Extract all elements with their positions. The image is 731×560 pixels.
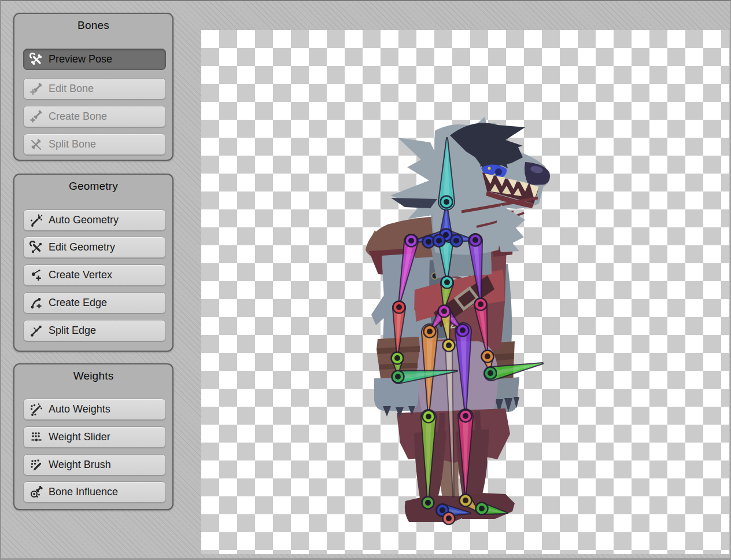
joint-belly[interactable]	[438, 305, 451, 318]
joint-right-hand[interactable]	[485, 367, 497, 380]
rig-canvas-svg: 2	[201, 30, 729, 554]
button-label: Auto Geometry	[49, 214, 119, 226]
button-label: Weight Brush	[49, 459, 111, 471]
nose	[525, 162, 550, 185]
button-label: Edit Bone	[49, 83, 94, 95]
auto-weights-button[interactable]: Auto Weights	[23, 399, 166, 420]
joint-spine-end[interactable]	[441, 277, 453, 289]
button-label: Weight Slider	[49, 431, 110, 443]
auto-geometry-button[interactable]: Auto Geometry	[23, 209, 166, 231]
weight-slider-icon	[29, 430, 43, 444]
weight-brush-icon	[29, 458, 43, 472]
edit-bone-button[interactable]: Edit Bone	[23, 78, 166, 100]
joint-left-hand[interactable]	[392, 371, 404, 383]
edit-geometry-icon	[29, 241, 43, 255]
joint-chest-right[interactable]	[451, 235, 463, 247]
cheek-fur	[495, 205, 525, 252]
button-label: Create Bone	[49, 110, 107, 123]
button-label: Create Edge	[49, 297, 107, 309]
bone-influence-button[interactable]: Bone Influence	[23, 481, 166, 503]
create-edge-icon	[29, 296, 43, 310]
button-label: Preview Pose	[49, 53, 112, 65]
preview-pose-button[interactable]: Preview Pose	[23, 49, 166, 70]
create-vertex-icon	[29, 268, 43, 282]
edit-bone-icon	[29, 82, 43, 96]
weight-brush-button[interactable]: Weight Brush	[23, 454, 166, 476]
auto-weights-icon	[29, 403, 43, 417]
joint-left-knee[interactable]	[423, 411, 435, 423]
joint-right-shoulder[interactable]	[470, 234, 482, 246]
create-edge-button[interactable]: Create Edge	[23, 292, 166, 314]
panel-weights: WeightsAuto WeightsWeight SliderWeight B…	[13, 363, 173, 510]
joint-tail-base[interactable]	[443, 340, 455, 352]
panel-title: Geometry	[14, 175, 172, 193]
joint-left-hip[interactable]	[424, 326, 436, 338]
button-label: Split Bone	[49, 138, 96, 150]
edit-geometry-button[interactable]: Edit Geometry	[23, 237, 166, 258]
joint-right-hip[interactable]	[457, 325, 469, 337]
canvas-viewport[interactable]: 2	[201, 30, 729, 554]
eye-glint	[488, 167, 491, 170]
button-label: Create Vertex	[49, 269, 112, 281]
create-bone-button[interactable]: Create Bone	[23, 106, 166, 127]
auto-geometry-icon	[29, 213, 43, 227]
joint-left-ankle[interactable]	[422, 497, 434, 509]
button-label: Split Edge	[49, 325, 96, 337]
near-claw	[383, 406, 391, 417]
split-edge-icon	[29, 324, 43, 338]
joint-left-wrist[interactable]	[392, 352, 404, 364]
joint-right-wrist[interactable]	[482, 351, 494, 363]
split-bone-button[interactable]: Split Bone	[23, 134, 166, 155]
joint-left-elbow[interactable]	[393, 301, 405, 314]
panel-title: Weights	[14, 364, 172, 382]
button-label: Edit Geometry	[49, 241, 115, 253]
bone-influence-icon	[29, 485, 43, 499]
panel-geometry: GeometryAuto GeometryEdit GeometryCreate…	[13, 174, 173, 352]
joint-right-ankle[interactable]	[460, 495, 472, 507]
split-bone-icon	[29, 138, 43, 152]
create-vertex-button[interactable]: Create Vertex	[23, 264, 166, 286]
weight-slider-button[interactable]: Weight Slider	[23, 426, 166, 448]
split-edge-button[interactable]: Split Edge	[23, 320, 166, 341]
button-label: Auto Weights	[49, 403, 110, 415]
joint-neck[interactable]	[441, 196, 453, 208]
preview-pose-icon	[29, 53, 43, 67]
joint-right-knee[interactable]	[460, 410, 472, 422]
joint-right-elbow[interactable]	[475, 299, 487, 311]
panel-title: Bones	[14, 14, 172, 32]
pupil	[495, 168, 502, 175]
panel-bones: BonesPreview PoseEdit BoneCreate BoneSpl…	[13, 13, 173, 161]
button-label: Bone Influence	[49, 486, 118, 498]
joint-left-shoulder[interactable]	[405, 235, 418, 247]
under-mane-shadow	[391, 198, 437, 208]
joint-right-foot[interactable]	[476, 503, 488, 515]
joint-left-heel[interactable]	[443, 513, 455, 525]
create-bone-icon	[29, 110, 43, 124]
joint-chest-mid[interactable]	[433, 235, 445, 247]
